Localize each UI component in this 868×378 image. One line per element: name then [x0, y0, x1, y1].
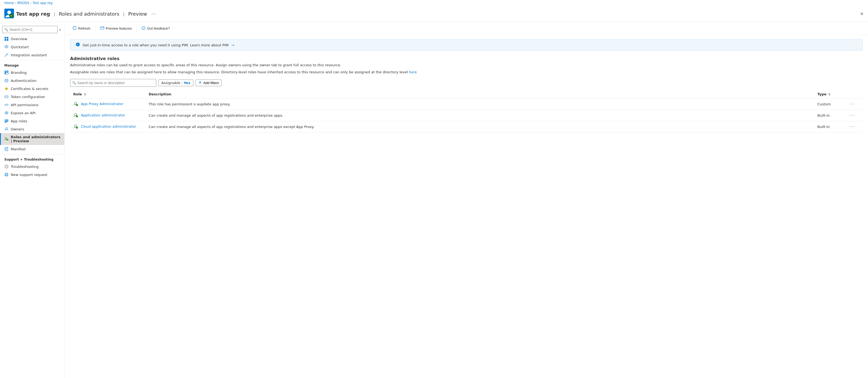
sidebar-item-manifest[interactable]: Manifest [0, 145, 64, 153]
refresh-button[interactable]: Refresh [70, 25, 93, 32]
header-more-icon[interactable]: ··· [151, 11, 156, 17]
info-banner-text: Get just-in-time access to a role when y… [83, 43, 229, 47]
troubleshoot-icon [4, 164, 9, 169]
sidebar-item-branding[interactable]: Branding [0, 68, 64, 77]
sidebar-item-authentication[interactable]: Authentication [0, 77, 64, 85]
sidebar-search-input[interactable] [2, 26, 58, 33]
section-desc: Administrative roles can be used to gran… [70, 63, 863, 68]
role-cell: + Cloud application administrator [70, 121, 146, 133]
expose-icon [4, 111, 9, 115]
got-feedback-button[interactable]: Got feedback? [139, 25, 173, 32]
preview-features-button[interactable]: Preview features [98, 25, 135, 32]
col-header-role: Role ⇅ [70, 90, 146, 98]
breadcrumb-sep2: › [30, 1, 32, 5]
sidebar-item-label-authentication: Authentication [11, 79, 36, 83]
main-content: Refresh Preview features Got feedback? [65, 22, 868, 378]
role-cell: + App Proxy Administrator [70, 98, 146, 110]
grid-icon [4, 37, 9, 41]
sidebar-item-certificates[interactable]: Certificates & secrets [0, 85, 64, 93]
table-row: + Application administrator Can create a… [70, 110, 863, 121]
sidebar-item-expose-api[interactable]: Expose an API [0, 109, 64, 117]
breadcrumb-current[interactable]: Test app reg [33, 1, 53, 5]
section-title: Administrative roles [70, 56, 863, 61]
description-cell: Can create and manage all aspects of app… [146, 121, 814, 133]
type-cell: Built-in [814, 110, 846, 121]
svg-text:+: + [10, 14, 12, 17]
approles-icon [4, 119, 9, 123]
actions-cell: ··· [846, 121, 863, 133]
sidebar-item-app-roles[interactable]: App roles [0, 117, 64, 125]
assignable-filter[interactable]: Assignable : Yes [158, 80, 193, 86]
table-row: + Cloud application administrator Can cr… [70, 121, 863, 133]
sidebar-item-owners[interactable]: Owners [0, 125, 64, 133]
sidebar-search-icon: 🔍 [4, 28, 8, 31]
owners-icon [4, 127, 9, 131]
role-name-link[interactable]: Cloud application administrator [81, 124, 136, 128]
role-icon: + [73, 101, 78, 107]
sidebar-item-label-certificates: Certificates & secrets [11, 87, 49, 91]
row-actions-button[interactable]: ··· [850, 124, 855, 129]
sort-type-button[interactable]: ⇅ [828, 93, 831, 96]
svg-marker-47 [75, 26, 76, 27]
toolbar-divider-1 [95, 25, 96, 32]
svg-text:+: + [76, 127, 78, 128]
role-icon: + [73, 124, 78, 129]
sidebar-item-new-support-request[interactable]: New support request [0, 171, 64, 179]
sidebar-item-troubleshooting[interactable]: Troubleshooting [0, 163, 64, 171]
close-icon[interactable]: ✕ [860, 11, 864, 17]
sidebar: 🔍 « Overview Quickstart Integration assi… [0, 22, 65, 378]
svg-point-40 [6, 167, 7, 168]
svg-rect-29 [5, 122, 7, 123]
collapse-icon[interactable]: « [59, 27, 61, 32]
sidebar-item-label-roles: Roles and administrators | Preview [11, 135, 61, 143]
role-name-link[interactable]: App Proxy Administrator [81, 102, 123, 106]
sidebar-item-integration-assistant[interactable]: Integration assistant [0, 51, 64, 59]
svg-point-57 [78, 43, 78, 44]
refresh-icon [73, 26, 76, 31]
sidebar-item-roles-administrators[interactable]: + Roles and administrators | Preview [0, 133, 64, 145]
rocket-icon [4, 45, 9, 49]
svg-point-66 [74, 125, 77, 127]
row-actions-button[interactable]: ··· [850, 113, 855, 118]
sidebar-item-overview[interactable]: Overview [0, 35, 64, 43]
svg-rect-15 [7, 71, 8, 73]
sidebar-item-quickstart[interactable]: Quickstart [0, 43, 64, 51]
col-header-description: Description [146, 90, 814, 98]
role-name-link[interactable]: Application administrator [81, 113, 125, 117]
manifest-icon [4, 147, 9, 151]
roles-table: Role ⇅ Description Type ⇅ [70, 90, 863, 133]
auth-icon [4, 79, 9, 83]
page-header: + Test app reg | Roles and administrator… [0, 6, 868, 22]
add-filters-button[interactable]: Add filters [195, 80, 222, 86]
row-actions-button[interactable]: ··· [850, 101, 855, 107]
add-filter-icon [198, 81, 202, 85]
svg-point-42 [6, 174, 7, 175]
sidebar-item-label-quickstart: Quickstart [11, 45, 29, 49]
info-banner-link[interactable]: → [231, 43, 234, 47]
breadcrumb-home[interactable]: Home [4, 1, 14, 5]
support-section-label: Support + Troubleshooting [0, 154, 64, 163]
app-title: Test app reg [16, 11, 50, 17]
support-icon [4, 172, 9, 177]
sidebar-item-label-token: Token configuration [11, 95, 45, 99]
breadcrumb-msods[interactable]: MSODS [17, 1, 29, 5]
filters-row: 🔍 Assignable : Yes Add filters [70, 79, 863, 87]
sort-role-button[interactable]: ⇅ [83, 93, 87, 96]
svg-rect-14 [5, 71, 6, 74]
token-icon [4, 94, 9, 99]
section-desc2: Assignable roles are roles that can be a… [70, 70, 863, 75]
type-cell: Built-in [814, 121, 846, 133]
preview-icon [100, 26, 104, 31]
col-header-actions [846, 90, 863, 98]
role-search-input[interactable] [70, 79, 156, 87]
sidebar-item-token-configuration[interactable]: Token configuration [0, 93, 64, 101]
header-subtitle: Roles and administrators [59, 11, 120, 17]
sidebar-item-api-permissions[interactable]: API permissions [0, 101, 64, 109]
sidebar-item-label-overview: Overview [11, 37, 27, 41]
svg-point-63 [74, 113, 77, 116]
assignable-filter-value: Yes [184, 81, 190, 85]
here-link[interactable]: here [409, 70, 416, 74]
search-wrap: 🔍 [70, 79, 156, 87]
role-cell: + Application administrator [70, 110, 146, 121]
svg-rect-5 [7, 37, 8, 38]
